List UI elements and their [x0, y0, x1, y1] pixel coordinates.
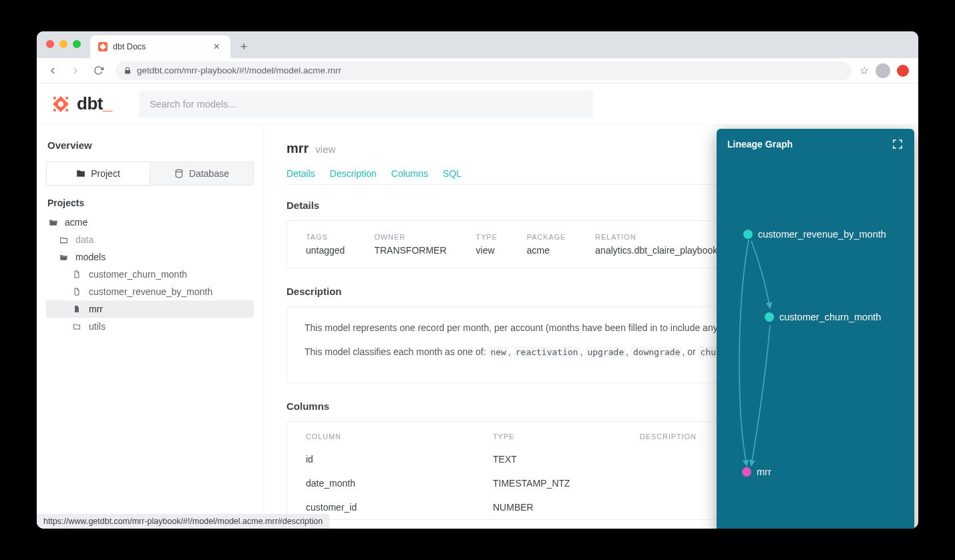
database-icon — [174, 169, 184, 178]
status-url: https://www.getdbt.com/mrr-playbook/#!/m… — [43, 517, 323, 526]
star-icon[interactable]: ☆ — [860, 64, 869, 77]
logo-mark-icon — [51, 95, 70, 113]
minimize-window-button[interactable] — [59, 40, 67, 48]
col-header-type: TYPE — [493, 433, 640, 441]
tree-item-acme[interactable]: acme — [46, 214, 254, 231]
app-header: dbt_ Search for models... — [37, 83, 918, 125]
app-logo[interactable]: dbt_ — [51, 93, 112, 114]
lineage-node-mrr[interactable]: mrr — [742, 467, 771, 477]
app-body: Overview Project Database Projects acme … — [37, 125, 918, 529]
url-text: getdbt.com/mrr-playbook/#!/model/model.a… — [137, 65, 341, 75]
lineage-node-customer-revenue-by-month[interactable]: customer_revenue_by_month — [743, 229, 886, 240]
extension-icon[interactable] — [897, 65, 909, 77]
details-type-value: view — [476, 245, 498, 256]
sidebar: Overview Project Database Projects acme … — [37, 125, 264, 529]
node-dot-icon — [765, 312, 774, 322]
window-controls — [46, 40, 81, 48]
browser-window: dbt Docs × + getdbt.com/mrr-playbook/#!/… — [37, 31, 918, 529]
col-name: customer_id — [306, 502, 493, 513]
lineage-graph[interactable]: customer_revenue_by_month customer_churn… — [717, 160, 914, 507]
address-bar: getdbt.com/mrr-playbook/#!/model/model.a… — [37, 58, 918, 83]
details-tags-value: untagged — [306, 245, 345, 256]
logo-text: dbt_ — [77, 93, 112, 114]
file-icon — [73, 270, 83, 278]
details-owner-value: TRANSFORMER — [374, 245, 446, 256]
tree-item-data[interactable]: data — [46, 231, 254, 248]
tree-item-models[interactable]: models — [46, 248, 254, 266]
col-name: id — [306, 454, 493, 465]
col-type: NUMBER — [493, 502, 640, 513]
svg-point-1 — [53, 96, 56, 99]
tab-sql[interactable]: SQL — [443, 163, 461, 184]
svg-point-4 — [65, 109, 68, 111]
col-type: TEXT — [493, 454, 640, 465]
details-package-value: acme — [527, 245, 566, 256]
details-relation-value: analytics.dbt_claire_playbook.mrr — [595, 245, 734, 256]
sidebar-tabs: Project Database — [46, 162, 254, 186]
lineage-panel: Lineage Graph customer_revenue_by_month … — [717, 129, 914, 529]
svg-point-2 — [65, 96, 68, 99]
details-relation-label: RELATION — [595, 233, 734, 241]
model-name: mrr — [286, 141, 309, 156]
titlebar: dbt Docs × + — [37, 31, 918, 58]
close-tab-button[interactable]: × — [211, 41, 222, 53]
projects-label: Projects — [47, 198, 254, 208]
tree-item-mrr[interactable]: mrr — [46, 300, 254, 318]
node-dot-icon — [743, 230, 753, 239]
tab-description[interactable]: Description — [330, 163, 377, 184]
details-type-label: TYPE — [476, 233, 498, 241]
col-type: TIMESTAMP_NTZ — [493, 478, 640, 489]
close-window-button[interactable] — [46, 40, 54, 48]
tab-title: dbt Docs — [113, 42, 146, 51]
browser-tab[interactable]: dbt Docs × — [90, 35, 230, 58]
col-header-column: COLUMN — [306, 433, 493, 441]
details-tags-label: TAGS — [306, 233, 345, 241]
tree-item-customer-churn-month[interactable]: customer_churn_month — [46, 266, 254, 283]
overview-heading[interactable]: Overview — [46, 139, 254, 151]
profile-avatar[interactable] — [876, 63, 890, 78]
file-icon — [73, 305, 83, 313]
svg-point-0 — [58, 101, 63, 106]
status-bar: https://www.getdbt.com/mrr-playbook/#!/m… — [37, 514, 329, 529]
tab-project[interactable]: Project — [46, 162, 150, 186]
tree-item-utils[interactable]: utils — [46, 318, 254, 335]
tab-favicon — [98, 42, 108, 51]
folder-icon — [76, 169, 85, 178]
svg-point-3 — [53, 109, 56, 111]
lineage-header: Lineage Graph — [717, 129, 914, 160]
forward-button[interactable] — [66, 61, 85, 80]
project-tree: acme data models customer_churn_month cu… — [46, 214, 254, 335]
details-owner-label: OWNER — [374, 233, 446, 241]
search-input[interactable]: Search for models... — [139, 91, 593, 117]
model-materialization: view — [315, 144, 335, 155]
folder-open-icon — [49, 218, 59, 227]
tab-database[interactable]: Database — [150, 162, 254, 186]
toolbar-right: ☆ — [860, 63, 912, 78]
tree-item-customer-revenue-by-month[interactable]: customer_revenue_by_month — [46, 283, 254, 300]
maximize-window-button[interactable] — [73, 40, 81, 48]
lineage-node-customer-churn-month[interactable]: customer_churn_month — [765, 312, 881, 322]
tab-details[interactable]: Details — [286, 163, 315, 184]
tab-columns[interactable]: Columns — [391, 163, 428, 184]
details-package-label: PACKAGE — [527, 233, 566, 241]
lock-icon — [124, 67, 132, 75]
tab-database-label: Database — [189, 168, 229, 179]
col-name: date_month — [306, 478, 493, 489]
url-box[interactable]: getdbt.com/mrr-playbook/#!/model/model.a… — [116, 61, 851, 80]
file-icon — [73, 288, 83, 296]
node-dot-icon — [742, 467, 751, 477]
folder-open-icon — [59, 253, 70, 262]
search-placeholder: Search for models... — [150, 99, 236, 109]
folder-icon — [59, 236, 70, 244]
tab-project-label: Project — [91, 168, 120, 179]
new-tab-button[interactable]: + — [234, 37, 253, 56]
lineage-title: Lineage Graph — [727, 139, 793, 150]
reload-button[interactable] — [89, 61, 108, 80]
expand-icon[interactable] — [892, 138, 904, 150]
svg-point-5 — [176, 170, 182, 172]
folder-icon — [73, 322, 83, 330]
back-button[interactable] — [43, 61, 62, 80]
